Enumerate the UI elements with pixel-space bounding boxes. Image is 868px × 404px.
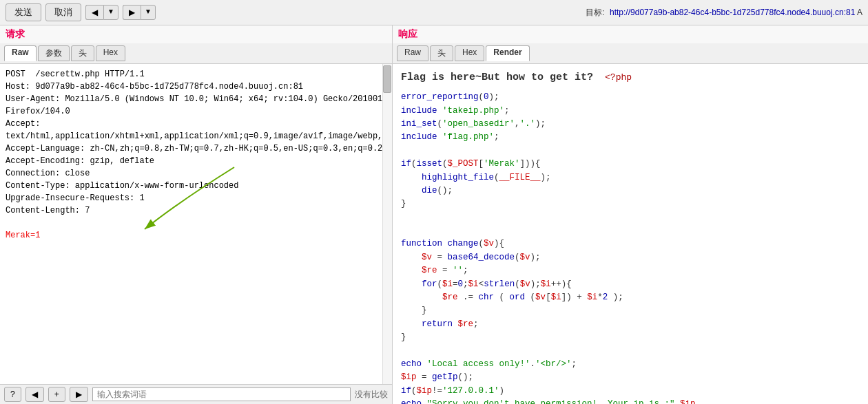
target-info: 目标: http://9d077a9b-ab82-46c4-b5bc-1d725… — [586, 7, 862, 19]
bottom-back-button[interactable]: ◀ — [25, 387, 44, 402]
code-re-assign: $re = ''; — [401, 264, 860, 277]
nav-fwd-button[interactable]: ▶ — [123, 5, 141, 20]
request-wrapper: POST /secrettw.php HTTP/1.1 Host: 9d077a… — [0, 64, 392, 384]
req-line-6: text/html,application/xhtml+xml,applicat… — [6, 130, 380, 142]
code-die: die(); — [401, 184, 860, 198]
tab-hex[interactable]: Hex — [96, 45, 125, 61]
code-return: return $re; — [401, 318, 860, 331]
nav-fwd-group: ▶ ▼ — [123, 5, 156, 20]
flag-title-text: Flag is here~But how to get it? — [401, 72, 593, 83]
toolbar-left: 发送 取消 ◀ ▼ ▶ ▼ — [6, 3, 156, 21]
code-echo-local: echo 'Local access only!'.'<br/>'; — [401, 358, 860, 371]
nav-fwd-dropdown[interactable]: ▼ — [141, 5, 156, 20]
nav-back-button[interactable]: ◀ — [85, 5, 103, 20]
response-section-header: 响应 — [393, 25, 868, 43]
req-line-11: Upgrade-Insecure-Requests: 1 — [6, 192, 380, 204]
content-area: 请求 Raw 参数 头 Hex POST /secrettw.php HTTP/… — [0, 25, 868, 404]
tab-params[interactable]: 参数 — [38, 45, 70, 61]
code-highlight-file: highlight_file(__FILE__); — [401, 171, 860, 184]
no-compare-label: 没有比较 — [355, 389, 388, 401]
target-url: http://9d077a9b-ab82-46c4-b5bc-1d725d778… — [610, 8, 855, 17]
code-include-takeip: include 'takeip.php'; — [401, 105, 860, 118]
code-func-def: function change($v){ — [401, 237, 860, 251]
right-panel: 响应 Raw 头 Hex Render Flag is here~But how… — [393, 25, 868, 404]
send-button[interactable]: 发送 — [6, 3, 41, 21]
tab-raw-resp[interactable]: Raw — [397, 45, 428, 61]
tab-hex-resp[interactable]: Hex — [455, 45, 484, 61]
request-section-header: 请求 — [0, 25, 392, 43]
req-blank — [6, 217, 380, 229]
php-tag: <?php — [605, 72, 632, 83]
search-input[interactable] — [92, 387, 351, 401]
code-brace1: } — [401, 198, 860, 211]
code-if-ip: if($ip!='127.0.0.1') — [401, 385, 860, 398]
tab-headers-resp[interactable]: 头 — [430, 45, 453, 61]
main-container: 发送 取消 ◀ ▼ ▶ ▼ 目标: http://9d077a9b-ab82-4… — [0, 0, 868, 404]
tab-render-resp[interactable]: Render — [486, 45, 529, 61]
code-blank2 — [401, 211, 860, 224]
scrollbar-track[interactable] — [382, 64, 392, 384]
response-body: Flag is here~But how to get it? <?php er… — [393, 64, 868, 404]
code-error-reporting: error_reporting(0); — [401, 91, 860, 104]
code-brace-indent: } — [401, 304, 860, 317]
req-line-9: Connection: close — [6, 167, 380, 180]
response-tabs: Raw 头 Hex Render — [393, 43, 868, 64]
req-line-7: Accept-Language: zh-CN,zh;q=0.8,zh-TW;q=… — [6, 142, 380, 155]
code-v-assign: $v = base64_decode($v); — [401, 251, 860, 264]
code-re-concat: $re .= chr ( ord ($v[$i]) + $i*2 ); — [401, 291, 860, 304]
tab-raw[interactable]: Raw — [4, 45, 37, 61]
tab-headers[interactable]: 头 — [71, 45, 94, 61]
req-line-12: Content-Length: 7 — [6, 204, 380, 217]
code-for: for($i=0;$i<strlen($v);$i++){ — [401, 278, 860, 291]
cancel-button[interactable]: 取消 — [45, 3, 81, 21]
scrollbar-thumb[interactable] — [383, 65, 391, 93]
left-panel: 请求 Raw 参数 头 Hex POST /secrettw.php HTTP/… — [0, 25, 393, 404]
code-blank1 — [401, 145, 860, 158]
req-param: Merak=1 — [6, 229, 380, 242]
flag-title: Flag is here~But how to get it? <?php — [401, 70, 860, 85]
bottom-fwd-button[interactable]: ▶ — [70, 387, 88, 402]
code-brace2: } — [401, 331, 860, 344]
code-include-flag: include 'flag.php'; — [401, 131, 860, 144]
code-blank4 — [401, 344, 860, 357]
code-if-isset: if(isset($_POST['Merak'])){ — [401, 158, 860, 171]
bottom-add-button[interactable]: + — [48, 387, 65, 402]
req-line-4: Firefox/104.0 — [6, 105, 380, 118]
req-line-10: Content-Type: application/x-www-form-url… — [6, 180, 380, 192]
target-suffix: A — [857, 8, 862, 17]
request-body: POST /secrettw.php HTTP/1.1 Host: 9d077a… — [0, 64, 392, 246]
req-line-5: Accept: — [6, 118, 380, 130]
target-label: 目标: — [586, 8, 604, 17]
nav-back-dropdown[interactable]: ▼ — [103, 5, 118, 20]
nav-back-group: ◀ ▼ — [85, 5, 118, 20]
code-echo-sorry: echo "Sorry,you don't have permission! Y… — [401, 398, 860, 404]
req-line-1: POST /secrettw.php HTTP/1.1 — [6, 68, 380, 81]
code-blank3 — [401, 224, 860, 237]
code-ip-assign: $ip = getIp(); — [401, 371, 860, 384]
req-line-8: Accept-Encoding: gzip, deflate — [6, 155, 380, 167]
req-line-3: User-Agent: Mozilla/5.0 (Windows NT 10.0… — [6, 93, 380, 105]
bottom-bar: ? ◀ + ▶ 没有比较 — [0, 384, 392, 404]
req-line-2: Host: 9d077a9b-ab82-46c4-b5bc-1d725d778f… — [6, 81, 380, 93]
top-bar: 发送 取消 ◀ ▼ ▶ ▼ 目标: http://9d077a9b-ab82-4… — [0, 0, 868, 25]
code-ini-set: ini_set('open_basedir','.'); — [401, 118, 860, 131]
help-button[interactable]: ? — [4, 387, 21, 402]
request-tabs: Raw 参数 头 Hex — [0, 43, 392, 64]
